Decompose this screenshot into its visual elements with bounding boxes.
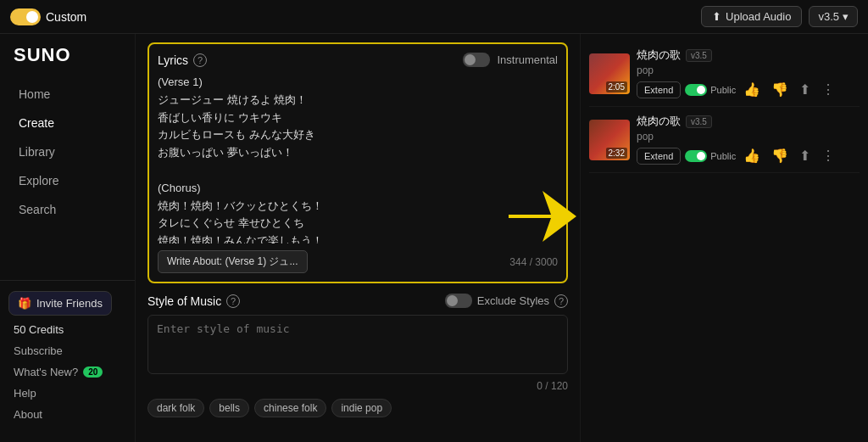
song-duration-1: 2:05 xyxy=(606,81,627,92)
topbar-left: Custom xyxy=(10,8,694,25)
exclude-styles-label: Exclude Styles xyxy=(477,294,549,307)
about-link[interactable]: About xyxy=(0,404,135,425)
public-switch-2[interactable] xyxy=(685,150,707,162)
lyrics-header: Lyrics ? Instrumental xyxy=(158,53,558,67)
share-icon-1[interactable]: ⬆ xyxy=(796,80,814,99)
tag-chinese-folk[interactable]: chinese folk xyxy=(254,399,326,417)
instrumental-row: Instrumental xyxy=(463,53,558,67)
lyrics-help-icon[interactable]: ? xyxy=(193,53,207,67)
sidebar-item-search[interactable]: Search xyxy=(5,196,130,223)
sidebar-item-create[interactable]: Create xyxy=(5,109,130,137)
song-info-2: 焼肉の歌 v3.5 pop Extend Public 👍 👎 xyxy=(637,114,860,165)
song-title-2: 焼肉の歌 xyxy=(637,114,681,129)
share-icon-2[interactable]: ⬆ xyxy=(796,146,814,165)
like-icon-1[interactable]: 👍 xyxy=(740,80,764,99)
gift-icon: 🎁 xyxy=(18,297,31,310)
sidebar-bottom: 🎁 Invite Friends 50 Credits Subscribe Wh… xyxy=(0,280,135,432)
song-thumbnail-2: 2:32 xyxy=(589,120,630,160)
lyrics-footer: Write About: (Verse 1) ジュ... 344 / 3000 xyxy=(158,250,558,273)
song-card-1: 2:05 焼肉の歌 v3.5 pop Extend Public xyxy=(589,41,860,107)
extend-button-1[interactable]: Extend xyxy=(637,81,681,98)
public-switch-1[interactable] xyxy=(685,84,707,96)
sidebar-item-library[interactable]: Library xyxy=(5,138,130,165)
style-section: Style of Music ? Exclude Styles ? 0 xyxy=(147,294,568,417)
help-link[interactable]: Help xyxy=(0,383,135,404)
song-version-1: v3.5 xyxy=(686,49,712,62)
like-icon-2[interactable]: 👍 xyxy=(740,146,764,165)
tag-dark-folk[interactable]: dark folk xyxy=(147,399,204,417)
exclude-styles-toggle[interactable] xyxy=(445,294,472,308)
song-genre-1: pop xyxy=(637,64,860,76)
exclude-help-icon[interactable]: ? xyxy=(554,294,568,308)
public-toggle-2: Public xyxy=(685,150,736,162)
chevron-down-icon: ▾ xyxy=(843,10,849,23)
subscribe-link[interactable]: Subscribe xyxy=(0,340,135,361)
song-title-row-1: 焼肉の歌 v3.5 xyxy=(637,48,860,63)
style-char-count: 0 / 120 xyxy=(147,380,568,392)
logo: SUNO xyxy=(0,44,135,80)
whats-new-link[interactable]: What's New? 20 xyxy=(0,361,135,383)
style-input[interactable] xyxy=(147,315,568,374)
song-title-1: 焼肉の歌 xyxy=(637,48,681,63)
exclude-styles-row: Exclude Styles ? xyxy=(445,294,568,308)
version-button[interactable]: v3.5 ▾ xyxy=(809,6,858,27)
instrumental-toggle[interactable] xyxy=(463,53,490,67)
main-layout: SUNO Home Create Library Explore Search … xyxy=(0,34,868,442)
sidebar-item-home[interactable]: Home xyxy=(5,81,130,108)
song-card-2: 2:32 焼肉の歌 v3.5 pop Extend Public xyxy=(589,107,860,173)
right-panel: 2:05 焼肉の歌 v3.5 pop Extend Public xyxy=(580,34,868,442)
main-content-wrapper: Lyrics ? Instrumental (Verse 1) ジュージュー 焼… xyxy=(136,34,868,442)
upload-icon: ⬆ xyxy=(712,10,721,23)
tag-indie-pop[interactable]: indie pop xyxy=(331,399,392,417)
style-title: Style of Music ? xyxy=(147,294,240,308)
tag-bells[interactable]: bells xyxy=(209,399,249,417)
sidebar: SUNO Home Create Library Explore Search … xyxy=(0,34,136,442)
lyrics-content[interactable]: (Verse 1) ジュージュー 焼けるよ 焼肉！ 香ばしい香りに ウキウキ カ… xyxy=(158,74,558,243)
extend-button-2[interactable]: Extend xyxy=(637,148,681,165)
song-version-2: v3.5 xyxy=(686,115,712,128)
lyrics-box: Lyrics ? Instrumental (Verse 1) ジュージュー 焼… xyxy=(147,42,568,283)
dislike-icon-2[interactable]: 👎 xyxy=(768,146,792,165)
style-tags-row: dark folk bells chinese folk indie pop xyxy=(147,399,568,417)
custom-toggle-pill[interactable] xyxy=(10,8,41,25)
sidebar-item-explore[interactable]: Explore xyxy=(5,167,130,194)
custom-label: Custom xyxy=(46,10,86,24)
dislike-icon-1[interactable]: 👎 xyxy=(768,80,792,99)
topbar: Custom ⬆ Upload Audio v3.5 ▾ xyxy=(0,0,868,34)
upload-audio-button[interactable]: ⬆ Upload Audio xyxy=(701,6,802,27)
song-info-1: 焼肉の歌 v3.5 pop Extend Public 👍 👎 xyxy=(637,48,860,99)
song-title-row-2: 焼肉の歌 v3.5 xyxy=(637,114,860,129)
style-help-icon[interactable]: ? xyxy=(226,294,240,308)
write-about-button[interactable]: Write About: (Verse 1) ジュ... xyxy=(158,250,308,273)
public-toggle-1: Public xyxy=(685,84,736,96)
center-panel: Lyrics ? Instrumental (Verse 1) ジュージュー 焼… xyxy=(136,34,580,442)
whats-new-badge: 20 xyxy=(83,366,103,378)
lyrics-char-count: 344 / 3000 xyxy=(509,256,558,268)
song-actions-2: Extend Public 👍 👎 ⬆ ⋮ xyxy=(637,146,860,165)
custom-toggle[interactable]: Custom xyxy=(10,8,694,25)
song-genre-2: pop xyxy=(637,131,860,143)
more-icon-1[interactable]: ⋮ xyxy=(818,80,838,99)
credits-link[interactable]: 50 Credits xyxy=(0,319,135,340)
invite-friends-button[interactable]: 🎁 Invite Friends xyxy=(8,291,112,316)
song-actions-1: Extend Public 👍 👎 ⬆ ⋮ xyxy=(637,80,860,99)
instrumental-label: Instrumental xyxy=(497,53,558,66)
more-icon-2[interactable]: ⋮ xyxy=(818,146,838,165)
song-duration-2: 2:32 xyxy=(606,148,627,159)
lyrics-title: Lyrics ? xyxy=(158,53,207,67)
style-header: Style of Music ? Exclude Styles ? xyxy=(147,294,568,308)
song-thumbnail-1: 2:05 xyxy=(589,53,630,94)
